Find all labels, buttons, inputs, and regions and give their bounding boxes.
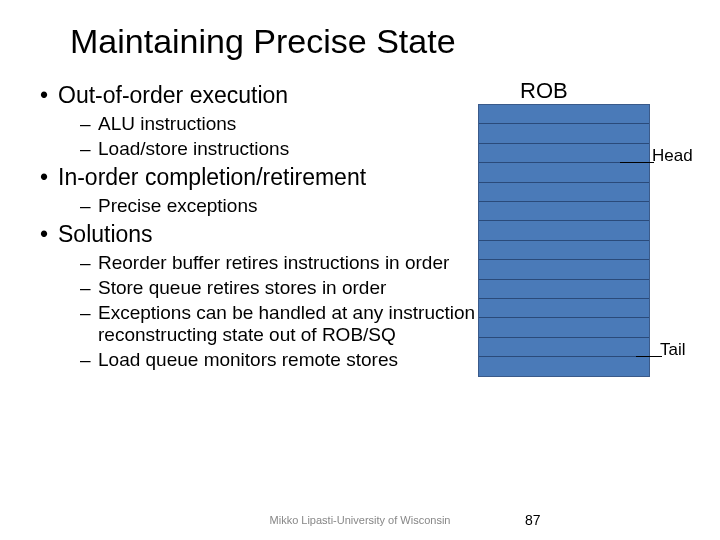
rob-diagram <box>478 104 650 377</box>
tail-label: Tail <box>660 340 686 360</box>
tail-pointer-line <box>636 356 662 357</box>
rob-row <box>479 202 649 221</box>
rob-row <box>479 318 649 337</box>
rob-row <box>479 357 649 376</box>
rob-row <box>479 105 649 124</box>
rob-row <box>479 144 649 163</box>
rob-row <box>479 241 649 260</box>
rob-row <box>479 280 649 299</box>
slide-title: Maintaining Precise State <box>0 0 720 71</box>
rob-row <box>479 183 649 202</box>
rob-row <box>479 338 649 357</box>
head-label: Head <box>652 146 693 166</box>
rob-row <box>479 221 649 240</box>
page-number: 87 <box>525 512 541 528</box>
rob-label: ROB <box>520 78 568 104</box>
rob-row <box>479 124 649 143</box>
rob-row <box>479 299 649 318</box>
footer-attribution: Mikko Lipasti-University of Wisconsin <box>0 514 720 526</box>
head-pointer-line <box>620 162 654 163</box>
rob-row <box>479 260 649 279</box>
rob-row <box>479 163 649 182</box>
